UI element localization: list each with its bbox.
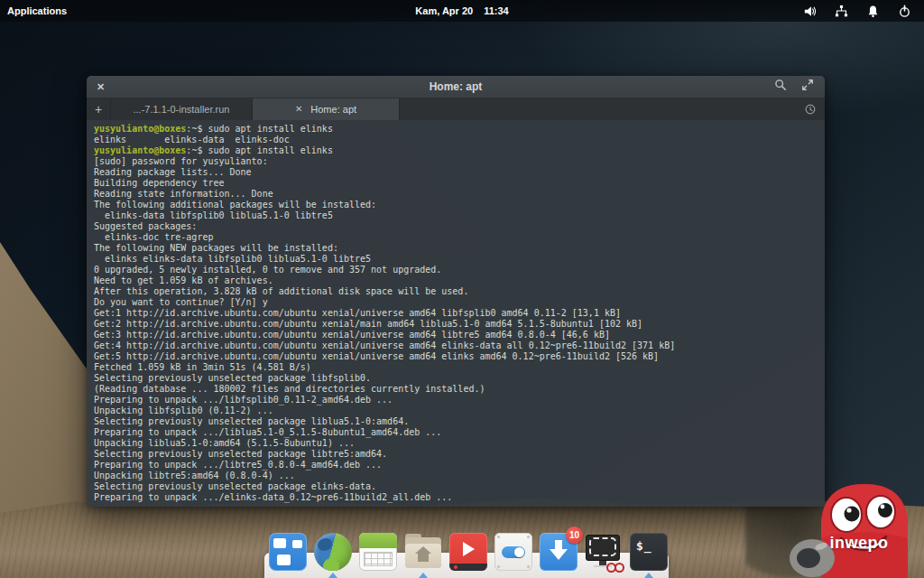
screenshot-icon <box>585 533 623 571</box>
multitasking-icon <box>269 533 307 571</box>
clock-time: 11:34 <box>484 5 509 16</box>
volume-icon[interactable] <box>803 5 817 18</box>
terminal-line: Preparing to unpack .../libfsplib0_0.11-… <box>94 395 825 406</box>
terminal-line: Preparing to unpack .../liblua5.1-0_5.1.… <box>94 427 825 438</box>
settings-toggle-icon <box>494 533 532 571</box>
terminal-line: Get:3 http://id.archive.ubuntu.com/ubunt… <box>94 330 825 340</box>
terminal-line: yusyulianto@boxes:~$ sudo apt install el… <box>94 124 825 135</box>
tab-close-icon[interactable]: ✕ <box>295 105 302 114</box>
web-browser[interactable] <box>314 533 352 571</box>
running-indicator-terminal <box>644 573 653 578</box>
calendar[interactable] <box>359 533 397 571</box>
video-player-icon <box>449 533 487 571</box>
network-icon[interactable] <box>835 5 848 18</box>
terminal-window: ✕ Home: apt + ...-7.1.1-0-installer.run … <box>87 76 825 507</box>
tab-installer[interactable]: ...-7.1.1-0-installer.run <box>111 98 253 120</box>
appcenter[interactable]: 10 <box>540 533 578 571</box>
multitasking-view[interactable] <box>269 533 307 571</box>
terminal-line: yusyulianto@boxes:~$ sudo apt install el… <box>94 145 825 156</box>
browser-globe-icon <box>314 533 352 571</box>
running-indicator-files <box>419 573 428 578</box>
terminal-line: Unpacking liblua5.1-0:amd64 (5.1.5-8ubun… <box>94 438 825 449</box>
terminal-line: Fetched 1.059 kB in 3min 51s (4.581 B/s) <box>94 362 825 373</box>
tab-label: Home: apt <box>310 104 356 115</box>
terminal-line: The following additional packages will b… <box>94 200 825 210</box>
terminal-line: elinks elinks-data elinks-doc <box>94 135 825 145</box>
new-tab-button[interactable]: + <box>87 98 111 120</box>
clock-date: Kam, Apr 20 <box>415 5 473 16</box>
screenshot-tool[interactable] <box>585 533 623 571</box>
window-title: Home: apt <box>430 80 483 93</box>
fullscreen-icon[interactable] <box>801 79 814 95</box>
titlebar[interactable]: ✕ Home: apt <box>87 76 825 98</box>
terminal-line: Selecting previously unselected package … <box>94 449 825 460</box>
terminal-line: Preparing to unpack .../libtre5_0.8.0-4_… <box>94 460 825 471</box>
terminal-line: Reading state information... Done <box>94 189 825 200</box>
inwepo-mascot: inwepo <box>789 470 917 578</box>
applications-menu[interactable]: Applications <box>7 5 67 16</box>
terminal-line: elinks elinks-data libfsplib0 liblua5.1-… <box>94 254 825 265</box>
terminal-line: [sudo] password for yusyulianto: <box>94 156 825 167</box>
terminal-line: 0 upgraded, 5 newly installed, 0 to remo… <box>94 265 825 275</box>
clock[interactable]: Kam, Apr 20 11:34 <box>415 5 508 16</box>
files-folder-icon <box>404 533 442 571</box>
calendar-icon <box>359 533 397 571</box>
window-close-button[interactable]: ✕ <box>97 82 105 92</box>
terminal-line: Get:4 http://id.archive.ubuntu.com/ubunt… <box>94 340 825 351</box>
notifications-icon[interactable] <box>866 5 880 18</box>
terminal-line: (Reading database ... 180002 files and d… <box>94 384 825 395</box>
terminal-line: Need to get 1.059 kB of archives. <box>94 275 825 286</box>
search-icon[interactable] <box>774 79 787 95</box>
terminal-line: Selecting previously unselected package … <box>94 481 825 492</box>
appcenter-update-badge: 10 <box>566 527 583 544</box>
closed-tabs-history-icon[interactable] <box>804 98 817 120</box>
terminal-line: elinks-doc tre-agrep <box>94 232 825 243</box>
terminal-glyph: $_ <box>636 539 652 553</box>
terminal-line: Do you want to continue? [Y/n] y <box>94 297 825 308</box>
videos[interactable] <box>449 533 487 571</box>
terminal-line: The following NEW packages will be insta… <box>94 243 825 254</box>
running-indicator-browser <box>328 573 337 578</box>
tab-home-apt[interactable]: ✕ Home: apt <box>253 98 400 120</box>
terminal-line: Get:2 http://id.archive.ubuntu.com/ubunt… <box>94 319 825 330</box>
terminal-line: Preparing to unpack .../elinks-data_0.12… <box>94 492 825 503</box>
terminal-line: Get:1 http://id.archive.ubuntu.com/ubunt… <box>94 308 825 319</box>
terminal-line: Unpacking libfsplib0 (0.11-2) ... <box>94 406 825 416</box>
terminal-line: Selecting previously unselected package … <box>94 416 825 427</box>
terminal-line: Reading package lists... Done <box>94 167 825 178</box>
terminal-line: After this operation, 3.828 kB of additi… <box>94 286 825 297</box>
terminal-app[interactable]: $_ <box>630 533 668 571</box>
terminal-icon: $_ <box>630 533 668 571</box>
terminal-output[interactable]: yusyulianto@boxes:~$ sudo apt install el… <box>87 120 825 507</box>
terminal-line: Get:5 http://id.archive.ubuntu.com/ubunt… <box>94 351 825 362</box>
system-settings[interactable] <box>494 533 532 571</box>
terminal-line: Suggested packages: <box>94 221 825 232</box>
files[interactable] <box>404 533 442 571</box>
power-icon[interactable] <box>898 5 911 18</box>
tab-bar: + ...-7.1.1-0-installer.run ✕ Home: apt <box>87 98 825 120</box>
terminal-line: Unpacking libtre5:amd64 (0.8.0-4) ... <box>94 471 825 481</box>
inwepo-label: inwepo <box>819 534 899 553</box>
terminal-line: Selecting previously unselected package … <box>94 373 825 384</box>
terminal-line: elinks-data libfsplib0 liblua5.1-0 libtr… <box>94 210 825 221</box>
terminal-line: Building dependency tree <box>94 178 825 189</box>
top-panel: Applications Kam, Apr 20 11:34 <box>0 0 924 22</box>
